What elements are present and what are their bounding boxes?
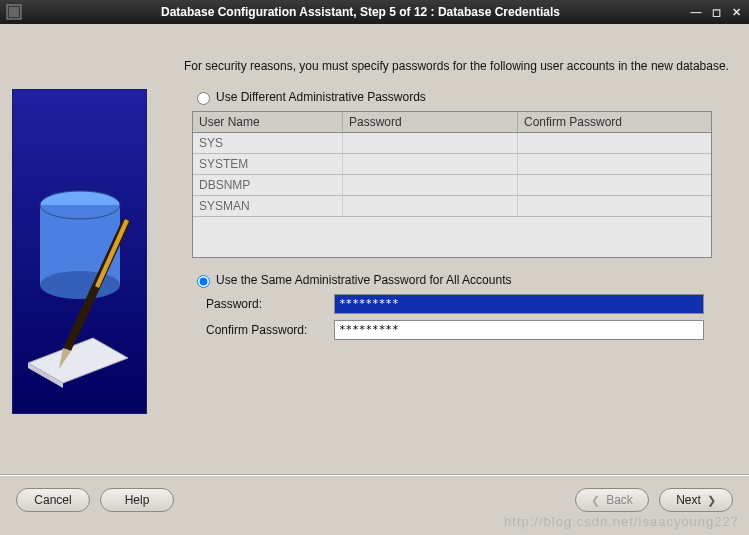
cell-confirm[interactable] bbox=[518, 154, 711, 174]
cell-password[interactable] bbox=[343, 175, 518, 195]
confirm-password-row: Confirm Password: bbox=[206, 320, 733, 340]
table-filler bbox=[193, 217, 711, 257]
cell-confirm[interactable] bbox=[518, 196, 711, 216]
cell-password[interactable] bbox=[343, 133, 518, 153]
cell-user: SYSTEM bbox=[193, 154, 343, 174]
back-button-label: Back bbox=[606, 493, 633, 507]
help-button-label: Help bbox=[125, 493, 150, 507]
col-header-confirm: Confirm Password bbox=[518, 112, 711, 132]
radio-different-passwords-label: Use Different Administrative Passwords bbox=[216, 90, 426, 104]
cancel-button-label: Cancel bbox=[34, 493, 71, 507]
password-row: Password: bbox=[206, 294, 733, 314]
table-row: SYS bbox=[193, 133, 711, 154]
confirm-password-label: Confirm Password: bbox=[206, 323, 334, 337]
password-label: Password: bbox=[206, 297, 334, 311]
intro-text: For security reasons, you must specify p… bbox=[184, 58, 733, 75]
radio-different-passwords-input[interactable] bbox=[197, 92, 210, 105]
cell-confirm[interactable] bbox=[518, 133, 711, 153]
svg-rect-1 bbox=[9, 7, 19, 17]
left-panel bbox=[12, 34, 172, 474]
help-button[interactable]: Help bbox=[100, 488, 174, 512]
pen-icon bbox=[53, 213, 143, 373]
cell-user: SYS bbox=[193, 133, 343, 153]
cell-confirm[interactable] bbox=[518, 175, 711, 195]
radio-different-passwords[interactable]: Use Different Administrative Passwords bbox=[192, 89, 733, 105]
content-panel: For security reasons, you must specify p… bbox=[172, 34, 737, 474]
table-row: SYSMAN bbox=[193, 196, 711, 217]
table-row: DBSNMP bbox=[193, 175, 711, 196]
minimize-icon[interactable]: — bbox=[689, 5, 703, 19]
password-input[interactable] bbox=[334, 294, 704, 314]
next-button-label: Next bbox=[676, 493, 701, 507]
confirm-password-input[interactable] bbox=[334, 320, 704, 340]
window-controls: — ◻ ✕ bbox=[689, 5, 743, 19]
radio-same-password[interactable]: Use the Same Administrative Password for… bbox=[192, 272, 733, 288]
cell-password[interactable] bbox=[343, 154, 518, 174]
radio-same-password-label: Use the Same Administrative Password for… bbox=[216, 273, 511, 287]
table-row: SYSTEM bbox=[193, 154, 711, 175]
main-content: For security reasons, you must specify p… bbox=[0, 24, 749, 474]
wizard-illustration bbox=[12, 89, 147, 414]
footer: Cancel Help ❮ Back Next ❯ bbox=[0, 474, 749, 524]
svg-marker-10 bbox=[59, 348, 71, 369]
col-header-password: Password bbox=[343, 112, 518, 132]
maximize-icon[interactable]: ◻ bbox=[709, 5, 723, 19]
cell-user: DBSNMP bbox=[193, 175, 343, 195]
accounts-table: User Name Password Confirm Password SYS … bbox=[192, 111, 712, 258]
table-header: User Name Password Confirm Password bbox=[193, 112, 711, 133]
cell-user: SYSMAN bbox=[193, 196, 343, 216]
app-icon bbox=[6, 4, 22, 20]
radio-same-password-input[interactable] bbox=[197, 275, 210, 288]
window-title: Database Configuration Assistant, Step 5… bbox=[32, 5, 689, 19]
next-button[interactable]: Next ❯ bbox=[659, 488, 733, 512]
chevron-right-icon: ❯ bbox=[707, 494, 716, 507]
chevron-left-icon: ❮ bbox=[591, 494, 600, 507]
cancel-button[interactable]: Cancel bbox=[16, 488, 90, 512]
table-body: SYS SYSTEM DBSNMP SYSMAN bbox=[193, 133, 711, 257]
cell-password[interactable] bbox=[343, 196, 518, 216]
close-icon[interactable]: ✕ bbox=[729, 5, 743, 19]
svg-marker-9 bbox=[95, 219, 129, 288]
titlebar: Database Configuration Assistant, Step 5… bbox=[0, 0, 749, 24]
col-header-user: User Name bbox=[193, 112, 343, 132]
back-button[interactable]: ❮ Back bbox=[575, 488, 649, 512]
